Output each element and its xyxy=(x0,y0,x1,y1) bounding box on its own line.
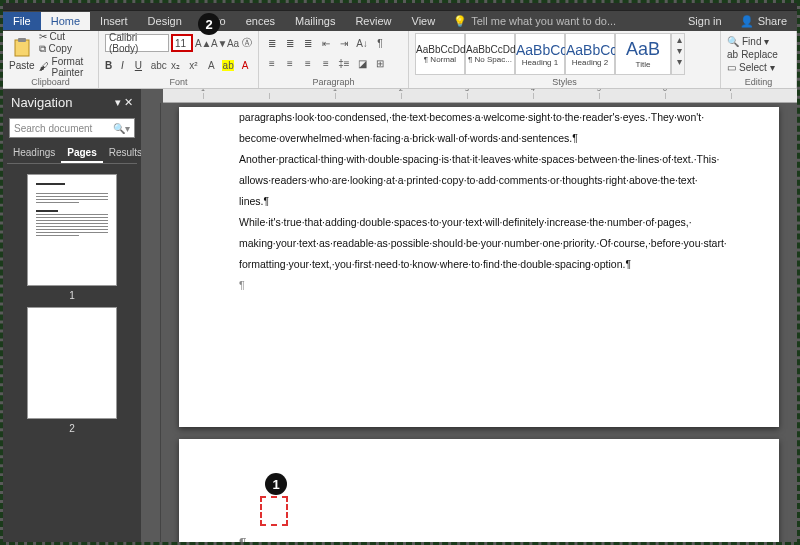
tab-design[interactable]: Design xyxy=(138,12,192,30)
find-icon: 🔍 xyxy=(727,36,739,47)
find-button[interactable]: 🔍Find ▾ xyxy=(727,36,790,47)
tab-insert[interactable]: Insert xyxy=(90,12,138,30)
doc-text-line: Another·practical·thing·with·double·spac… xyxy=(239,149,719,170)
sign-in-link[interactable]: Sign in xyxy=(680,15,730,27)
document-area: 1 1 2 3 4 5 6 7 paragraphs·look·too·cond… xyxy=(141,89,797,542)
borders-button[interactable]: ⊞ xyxy=(373,58,387,69)
tab-mailings[interactable]: Mailings xyxy=(285,12,345,30)
style-heading2[interactable]: AaBbCcEHeading 2 xyxy=(565,33,615,75)
doc-text-line: While·it's·true·that·adding·double·space… xyxy=(239,212,719,233)
clear-format-button[interactable]: Ⓐ xyxy=(241,36,252,50)
group-label-paragraph: Paragraph xyxy=(259,77,408,87)
numbering-button[interactable]: ≣ xyxy=(283,38,297,49)
styles-up-button[interactable]: ▴ xyxy=(672,34,686,45)
font-color-button[interactable]: A xyxy=(238,60,252,71)
style-heading1[interactable]: AaBbCcHeading 1 xyxy=(515,33,565,75)
doc-text-line: ¶ xyxy=(239,275,719,296)
copy-icon: ⧉ xyxy=(39,43,46,55)
nav-search-input[interactable]: Search document 🔍▾ xyxy=(9,118,135,138)
svg-rect-0 xyxy=(15,40,29,56)
doc-text-line: allows·readers·who·are·looking·at·a·prin… xyxy=(239,170,719,191)
font-size-combo[interactable]: 11 xyxy=(171,34,193,52)
ribbon: Paste ✂Cut ⧉Copy 🖌Format Painter Clipboa… xyxy=(3,31,797,89)
text-effects-button[interactable]: A xyxy=(204,60,218,71)
tab-review[interactable]: Review xyxy=(345,12,401,30)
superscript-button[interactable]: x² xyxy=(187,60,201,71)
inc-indent-button[interactable]: ⇥ xyxy=(337,38,351,49)
ribbon-tabs: File Home Insert Design Layo ences Maili… xyxy=(3,11,797,31)
group-label-font: Font xyxy=(99,77,258,87)
annotation-marker-1: 1 xyxy=(265,473,287,495)
dec-indent-button[interactable]: ⇤ xyxy=(319,38,333,49)
format-painter-button[interactable]: 🖌Format Painter xyxy=(39,56,92,78)
group-styles: AaBbCcDd¶ Normal AaBbCcDd¶ No Spac... Aa… xyxy=(409,31,721,88)
styles-down-button[interactable]: ▾ xyxy=(672,45,686,56)
vertical-ruler[interactable] xyxy=(141,103,161,542)
justify-button[interactable]: ≡ xyxy=(319,58,333,69)
align-right-button[interactable]: ≡ xyxy=(301,58,315,69)
style-title[interactable]: AaBTitle xyxy=(615,33,671,75)
tab-file[interactable]: File xyxy=(3,12,41,30)
style-normal[interactable]: AaBbCcDd¶ Normal xyxy=(415,33,465,75)
align-center-button[interactable]: ≡ xyxy=(283,58,297,69)
cursor-paragraph: ¶ xyxy=(239,529,719,542)
nav-tab-pages[interactable]: Pages xyxy=(61,144,102,163)
select-button[interactable]: ▭Select ▾ xyxy=(727,62,790,73)
underline-button[interactable]: U xyxy=(135,60,147,71)
paste-icon xyxy=(12,37,32,59)
doc-text-line: making·your·text·as·readable·as·possible… xyxy=(239,233,719,254)
nav-tab-headings[interactable]: Headings xyxy=(7,144,61,163)
highlight-button[interactable]: ab xyxy=(222,60,234,71)
nav-close-button[interactable]: ▾ ✕ xyxy=(115,96,133,109)
shading-button[interactable]: ◪ xyxy=(355,58,369,69)
share-button[interactable]: 👤 Share xyxy=(730,15,797,28)
brush-icon: 🖌 xyxy=(39,61,49,72)
line-spacing-button[interactable]: ‡≡ xyxy=(337,58,351,69)
replace-button[interactable]: abReplace xyxy=(727,49,790,60)
tab-references[interactable]: ences xyxy=(236,12,285,30)
doc-text-line: become·overwhelmed·when·facing·a·brick·w… xyxy=(239,128,719,149)
highlight-box-1 xyxy=(260,496,288,526)
styles-gallery[interactable]: AaBbCcDd¶ Normal AaBbCcDd¶ No Spac... Aa… xyxy=(415,33,714,75)
tell-me-search[interactable]: 💡 Tell me what you want to do... xyxy=(453,15,616,28)
grow-font-button[interactable]: A▲ xyxy=(195,38,209,49)
font-name-combo[interactable]: Calibri (Body) xyxy=(105,34,169,52)
show-marks-button[interactable]: ¶ xyxy=(373,38,387,49)
styles-more-button[interactable]: ▾ xyxy=(672,56,686,67)
thumb-label-2: 2 xyxy=(69,423,75,434)
strike-button[interactable]: abc xyxy=(151,60,165,71)
doc-text-line: formatting·your·text,·you·first·need·to·… xyxy=(239,254,719,275)
change-case-button[interactable]: Aa xyxy=(227,38,239,49)
navigation-pane: Navigation ▾ ✕ Search document 🔍▾ Headin… xyxy=(3,89,141,542)
share-icon: 👤 xyxy=(740,15,754,28)
doc-text-line: paragraphs·look·too·condensed,·the·text·… xyxy=(239,107,719,128)
bold-button[interactable]: B xyxy=(105,60,117,71)
group-label-clipboard: Clipboard xyxy=(3,77,98,87)
copy-button[interactable]: ⧉Copy xyxy=(39,43,92,55)
group-label-editing: Editing xyxy=(721,77,796,87)
bullets-button[interactable]: ≣ xyxy=(265,38,279,49)
tab-home[interactable]: Home xyxy=(41,12,90,30)
page-thumbnail-1[interactable] xyxy=(27,174,117,286)
document-page-1[interactable]: paragraphs·look·too·condensed,·the·text·… xyxy=(179,107,779,427)
style-no-spacing[interactable]: AaBbCcDd¶ No Spac... xyxy=(465,33,515,75)
group-font: Calibri (Body) 11 A▲ A▼ Aa Ⓐ B I U abc x… xyxy=(99,31,259,88)
doc-text-line: lines.¶ xyxy=(239,191,719,212)
shrink-font-button[interactable]: A▼ xyxy=(211,38,225,49)
align-left-button[interactable]: ≡ xyxy=(265,58,279,69)
sort-button[interactable]: A↓ xyxy=(355,38,369,49)
lightbulb-icon: 💡 xyxy=(453,15,467,28)
group-paragraph: ≣ ≣ ≣ ⇤ ⇥ A↓ ¶ ≡ ≡ ≡ ≡ ‡≡ ◪ ⊞ Paragraph xyxy=(259,31,409,88)
page-thumbnail-2[interactable] xyxy=(27,307,117,419)
group-editing: 🔍Find ▾ abReplace ▭Select ▾ Editing xyxy=(721,31,797,88)
italic-button[interactable]: I xyxy=(121,60,131,71)
horizontal-ruler[interactable]: 1 1 2 3 4 5 6 7 xyxy=(163,89,797,103)
group-clipboard: Paste ✂Cut ⧉Copy 🖌Format Painter Clipboa… xyxy=(3,31,99,88)
tab-view[interactable]: View xyxy=(402,12,446,30)
multilevel-button[interactable]: ≣ xyxy=(301,38,315,49)
cut-button[interactable]: ✂Cut xyxy=(39,31,92,42)
svg-rect-1 xyxy=(18,38,26,42)
search-icon: 🔍▾ xyxy=(113,123,130,134)
subscript-button[interactable]: x₂ xyxy=(169,60,183,71)
paste-button[interactable]: Paste xyxy=(9,33,35,75)
